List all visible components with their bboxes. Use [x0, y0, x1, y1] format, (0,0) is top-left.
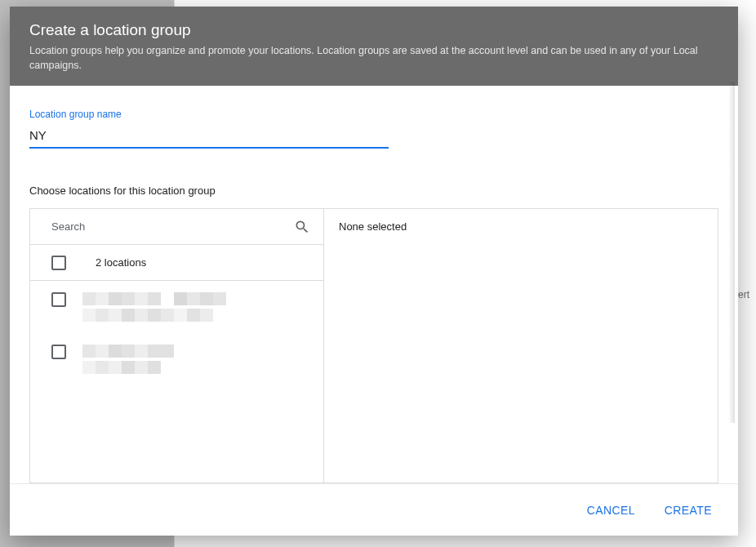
modal-subtitle: Location groups help you organize and pr… — [29, 44, 718, 73]
group-name-input[interactable] — [29, 125, 389, 149]
modal-title: Create a location group — [29, 21, 718, 39]
select-all-checkbox[interactable] — [51, 256, 66, 270]
select-all-row: 2 locations — [30, 245, 323, 281]
group-name-label: Location group name — [29, 109, 718, 120]
create-button[interactable]: CREATE — [661, 497, 715, 523]
cancel-button[interactable]: CANCEL — [584, 497, 638, 523]
list-item — [30, 333, 323, 385]
location-checkbox[interactable] — [51, 345, 66, 359]
search-icon — [294, 219, 310, 235]
search-row — [30, 209, 323, 245]
redacted-location-2 — [82, 345, 174, 374]
redacted-location-1 — [82, 292, 226, 322]
modal-footer: CANCEL CREATE — [10, 483, 738, 536]
modal-header: Create a location group Location groups … — [10, 7, 738, 86]
search-input[interactable] — [51, 220, 294, 233]
modal-body: Location group name Choose locations for… — [10, 86, 738, 483]
location-checkbox[interactable] — [51, 292, 66, 307]
create-location-group-modal: Create a location group Location groups … — [10, 7, 738, 536]
locations-count-label: 2 locations — [96, 256, 146, 269]
choose-locations-label: Choose locations for this location group — [29, 185, 718, 197]
none-selected-label: None selected — [339, 220, 703, 233]
list-item — [30, 281, 323, 333]
locations-panels: 2 locations — [29, 208, 718, 483]
locations-list-panel: 2 locations — [30, 209, 324, 483]
scroll-shadow — [728, 82, 735, 423]
selected-locations-panel: None selected — [324, 209, 718, 483]
